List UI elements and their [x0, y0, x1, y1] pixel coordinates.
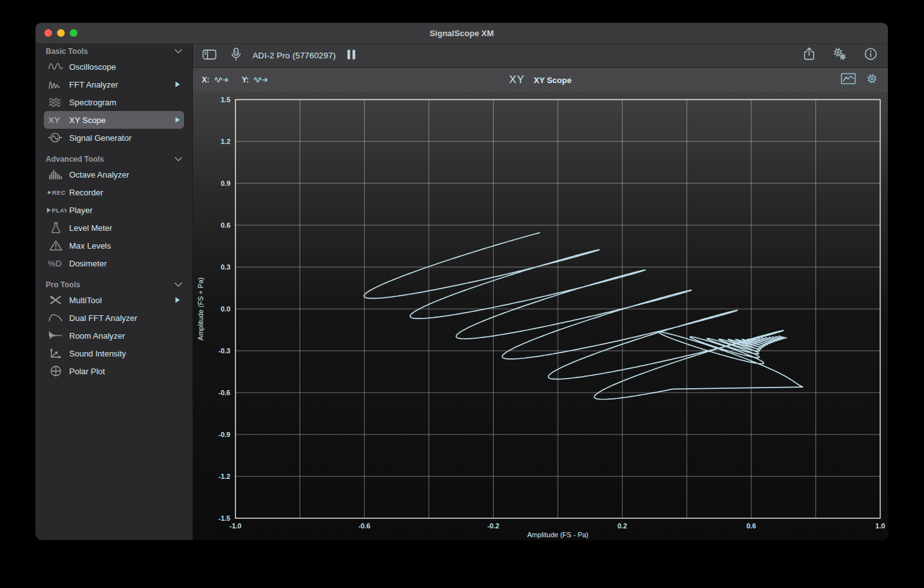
svg-text:-0.2: -0.2 — [487, 522, 499, 530]
section-header-advanced-tools[interactable]: Advanced Tools — [36, 153, 192, 166]
svg-text:XY: XY — [48, 115, 60, 125]
sidebar-item-label: FFT Analyzer — [69, 80, 175, 89]
sidebar-item-label: MultiTool — [69, 296, 175, 305]
svg-text:REC: REC — [52, 189, 66, 196]
svg-text:-0.9: -0.9 — [218, 431, 230, 438]
player-icon: PLAY — [44, 204, 69, 216]
xy-scope-chart[interactable]: 1.51.20.90.60.30.0-0.3-0.6-0.9-1.2-1.5-1… — [193, 92, 888, 540]
sidebar-item-label: Dosimeter — [69, 259, 184, 268]
svg-text:0.9: 0.9 — [221, 180, 230, 187]
sound-intensity-icon — [44, 347, 69, 360]
share-button[interactable] — [802, 47, 817, 64]
xy-plot[interactable]: 1.51.20.90.60.30.0-0.3-0.6-0.9-1.2-1.5-1… — [193, 92, 888, 540]
svg-text:-0.6: -0.6 — [218, 389, 230, 396]
settings-button[interactable] — [832, 47, 848, 65]
sidebar-item-room-analyzer[interactable]: Room Analyzer — [44, 327, 184, 344]
gear-icon — [865, 72, 879, 88]
y-signal-route-icon[interactable] — [254, 75, 271, 86]
sidebar-item-label: XY Scope — [69, 115, 175, 125]
max-levels-icon — [44, 239, 69, 252]
sidebar-item-dual-fft-analyzer[interactable]: Dual FFT Analyzer — [44, 309, 184, 327]
svg-text:-1.5: -1.5 — [218, 514, 230, 522]
svg-text:1.2: 1.2 — [221, 138, 230, 145]
sidebar-item-label: Sound Intensity — [69, 349, 184, 358]
svg-text:0.6: 0.6 — [746, 522, 756, 530]
sidebar-item-label: Signal Generator — [69, 133, 184, 143]
svg-text:0.6: 0.6 — [221, 221, 230, 229]
zoom-button[interactable] — [70, 29, 77, 37]
info-button[interactable] — [864, 47, 878, 64]
oscilloscope-icon — [44, 60, 69, 73]
minimize-button[interactable] — [57, 29, 65, 37]
recorder-icon: REC — [44, 186, 69, 199]
pause-icon — [346, 48, 357, 63]
main-pane: ADI-2 Pro (57760297) X: Y: — [193, 44, 888, 540]
window-title: SignalScope XM — [36, 29, 888, 38]
section-header-basic-tools[interactable]: Basic Tools — [36, 45, 192, 58]
pause-button[interactable] — [346, 48, 357, 63]
svg-text:-0.3: -0.3 — [218, 347, 230, 355]
fft-analyzer-icon — [44, 78, 69, 91]
sidebar-item-label: Octave Analyzer — [69, 170, 184, 180]
submenu-arrow-icon[interactable] — [175, 117, 180, 123]
svg-text:0.2: 0.2 — [617, 522, 627, 530]
microphone-icon — [229, 48, 244, 64]
scope-title: XY Scope — [534, 75, 572, 85]
sidebar-item-label: Level Meter — [69, 223, 184, 233]
sidebar-item-octave-analyzer[interactable]: Octave Analyzer — [44, 166, 184, 183]
svg-text:Amplitude (FS + Pa): Amplitude (FS + Pa) — [197, 277, 204, 340]
sidebar-item-label: Max Levels — [69, 241, 184, 251]
sidebar-item-multitool[interactable]: MultiTool — [44, 291, 184, 309]
display-mode-button[interactable] — [841, 72, 857, 88]
sidebar-item-spectrogram[interactable]: Spectrogram — [44, 93, 184, 111]
xy-badge: XY — [509, 74, 525, 86]
sidebar-item-label: Spectrogram — [69, 98, 184, 107]
signal-generator-icon — [44, 131, 69, 144]
sidebar-item-polar-plot[interactable]: Polar Plot — [44, 362, 184, 380]
spectrogram-icon — [44, 96, 69, 108]
sidebar-item-recorder[interactable]: RECRecorder — [44, 183, 184, 201]
sidebar-item-level-meter[interactable]: Level Meter — [44, 219, 184, 237]
sidebar-sections: Basic ToolsOscilloscopeFFT AnalyzerSpect… — [36, 45, 192, 380]
dual-fft-icon — [44, 311, 69, 324]
svg-text:%D: %D — [48, 259, 62, 268]
sidebar-item-player[interactable]: PLAYPlayer — [44, 201, 184, 219]
share-icon — [802, 47, 817, 64]
submenu-arrow-icon[interactable] — [175, 81, 180, 88]
sidebar-item-dosimeter[interactable]: %DDosimeter — [44, 254, 184, 272]
chevron-down-icon — [175, 282, 182, 287]
device-name-label[interactable]: ADI-2 Pro (57760297) — [253, 51, 336, 60]
input-device-button[interactable] — [229, 48, 244, 64]
polar-plot-icon — [44, 365, 69, 377]
chart-box-icon — [841, 72, 857, 88]
sidebar-item-oscilloscope[interactable]: Oscilloscope — [44, 58, 184, 75]
sidebar-item-fft-analyzer[interactable]: FFT Analyzer — [44, 75, 184, 93]
svg-text:-1.2: -1.2 — [218, 473, 230, 480]
sidebar-item-signal-generator[interactable]: Signal Generator — [44, 129, 184, 147]
sidebar-item-xy-scope[interactable]: XYXY Scope — [44, 111, 184, 129]
close-button[interactable] — [44, 29, 52, 37]
svg-text:1.0: 1.0 — [875, 522, 885, 530]
submenu-arrow-icon[interactable] — [175, 297, 180, 303]
section-header-pro-tools[interactable]: Pro Tools — [36, 278, 192, 291]
titlebar[interactable]: SignalScope XM — [36, 23, 888, 44]
app-window: SignalScope XM Basic ToolsOscilloscopeFF… — [35, 22, 888, 540]
gears-icon — [832, 47, 848, 65]
sidebar-item-label: Player — [69, 206, 184, 215]
multitool-icon — [44, 294, 69, 306]
room-analyzer-icon — [44, 329, 69, 342]
y-channel-label: Y: — [242, 75, 249, 84]
svg-text:Amplitude (FS - Pa): Amplitude (FS - Pa) — [527, 531, 589, 539]
svg-text:-1.0: -1.0 — [230, 522, 242, 530]
x-channel-label: X: — [202, 75, 209, 84]
sidebar-item-sound-intensity[interactable]: Sound Intensity — [44, 344, 184, 362]
scope-settings-button[interactable] — [865, 72, 879, 88]
chevron-down-icon — [175, 49, 182, 54]
svg-text:0.0: 0.0 — [221, 305, 230, 313]
x-signal-route-icon[interactable] — [214, 75, 232, 86]
sidebar: Basic ToolsOscilloscopeFFT AnalyzerSpect… — [36, 44, 193, 540]
level-meter-icon — [44, 221, 69, 234]
sidebar-toggle-button[interactable] — [202, 48, 218, 63]
sidebar-item-max-levels[interactable]: Max Levels — [44, 237, 184, 254]
traffic-lights — [44, 29, 77, 37]
